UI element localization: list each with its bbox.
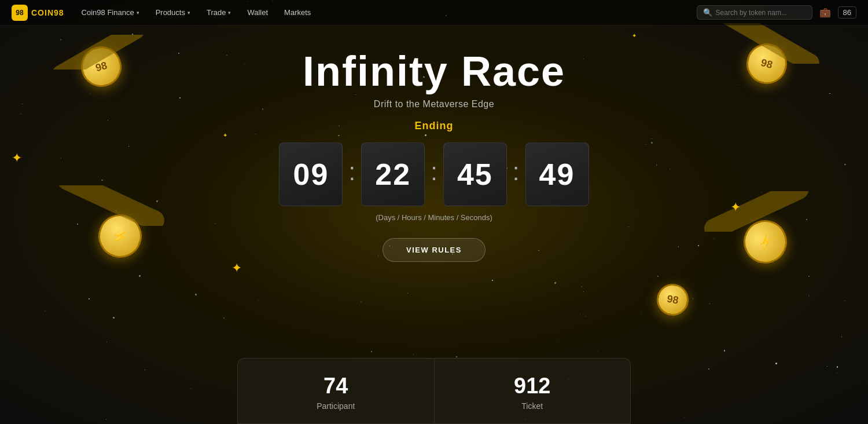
countdown-days: 09	[279, 142, 343, 206]
nav-item-markets[interactable]: Markets	[278, 6, 317, 19]
page-title: Infinity Race	[303, 49, 565, 94]
nav-item-trade[interactable]: Trade ▾	[201, 6, 237, 19]
sep-3: :	[507, 158, 525, 186]
coin-c98-bottom-right: 98	[654, 282, 692, 319]
chevron-down-icon: ▾	[137, 10, 139, 16]
countdown: 09 : 22 : 45 : 49	[279, 142, 589, 206]
countdown-label: (Days / Hours / Minutes / Seconds)	[376, 213, 492, 222]
stats-bar: 74 Participant 912 Ticket	[237, 358, 631, 424]
search-bar[interactable]: 🔍	[697, 5, 812, 20]
logo[interactable]: 98 COIN98	[12, 5, 64, 21]
main-content: Infinity Race Drift to the Metaverse Edg…	[0, 25, 868, 262]
wallet-icon[interactable]: 💼	[817, 5, 833, 21]
countdown-hours: 22	[361, 142, 425, 206]
navbar: 98 COIN98 Coin98 Finance ▾ Products ▾ Tr…	[0, 0, 868, 25]
ticket-label: Ticket	[521, 401, 543, 411]
status-label: Ending	[415, 120, 454, 132]
ticket-count: 912	[514, 375, 550, 397]
search-input[interactable]	[716, 9, 806, 17]
countdown-minutes: 45	[443, 142, 507, 206]
chevron-down-icon: ▾	[228, 10, 231, 16]
countdown-seconds: 49	[525, 142, 589, 206]
nav-item-products[interactable]: Products ▾	[150, 6, 196, 19]
nav-item-coin98finance[interactable]: Coin98 Finance ▾	[76, 6, 145, 19]
nav-number: 86	[838, 6, 856, 19]
logo-text: COIN98	[31, 8, 64, 17]
sep-2: :	[425, 158, 443, 186]
stat-participant: 74 Participant	[238, 359, 434, 423]
sparkle-lower-left: ✦	[231, 261, 242, 276]
participant-label: Participant	[317, 401, 355, 411]
page-subtitle: Drift to the Metaverse Edge	[374, 99, 494, 109]
sep-1: :	[343, 158, 361, 186]
participant-count: 74	[323, 375, 348, 397]
search-icon: 🔍	[703, 8, 712, 17]
logo-badge: 98	[12, 5, 28, 21]
view-rules-button[interactable]: VIEW RULES	[382, 238, 486, 262]
chevron-down-icon: ▾	[187, 10, 190, 16]
stat-ticket: 912 Ticket	[434, 359, 631, 423]
nav-item-wallet[interactable]: Wallet	[241, 6, 274, 19]
